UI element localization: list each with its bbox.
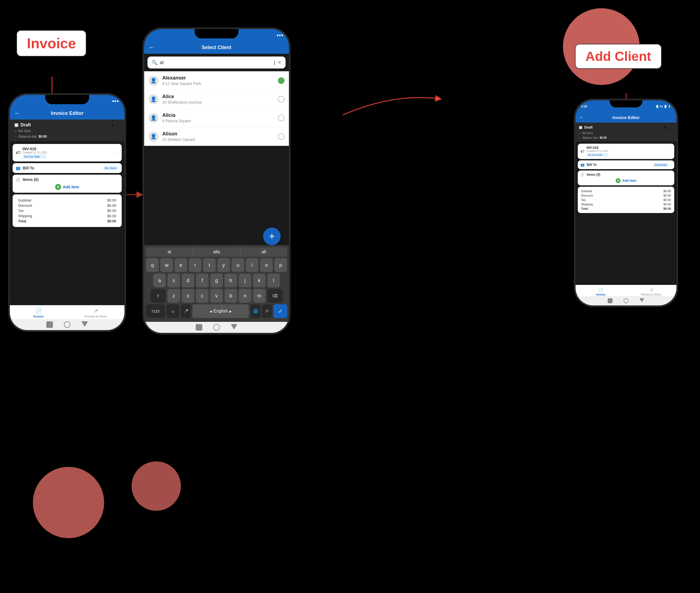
nav-invoice-left[interactable]: 📄 Invoice [10, 308, 67, 318]
autocomplete-all[interactable]: all [240, 247, 287, 256]
key-w[interactable]: w [160, 258, 173, 272]
client-item-alison[interactable]: 👤 Alison 23 Sheldon Square [144, 127, 289, 146]
key-t[interactable]: t [203, 258, 216, 272]
discount-row-right: Discount $0.00 [581, 193, 671, 198]
client-radio-alice[interactable] [278, 96, 285, 103]
key-i[interactable]: i [246, 258, 258, 272]
draft-section-right: ▣ Draft ∨ ⋮ ○ Not Sent ··· Balance due $… [576, 123, 676, 142]
bill-to-row-right[interactable]: 👥 Bill To Alexanser › [578, 160, 674, 169]
home-circle-center[interactable] [213, 324, 220, 331]
key-p[interactable]: p [274, 258, 287, 272]
home-tri-left[interactable] [81, 321, 88, 327]
client-address-alicia: 6 Pancra Square [162, 119, 274, 123]
key-row-2: a s d f g h j k l [146, 274, 287, 287]
client-radio-alicia[interactable] [278, 115, 285, 121]
add-item-button-left[interactable]: + Add item [16, 184, 118, 190]
client-name-alison: Alison [162, 131, 274, 137]
key-emoji[interactable]: ☺ [167, 304, 179, 318]
key-globe[interactable]: 🌐 [250, 304, 260, 318]
client-item-alicia[interactable]: 👤 Alicia 6 Pancra Square [144, 109, 289, 127]
search-bar-center[interactable]: 🔍 al | ✕ [148, 56, 286, 69]
key-shift[interactable]: ⇧ [151, 289, 166, 303]
bill-to-row-left[interactable]: 👥 Bill To No Client [13, 163, 122, 173]
key-u[interactable]: u [232, 258, 244, 272]
back-button-right[interactable]: ← [579, 115, 584, 120]
invoice-row-left[interactable]: 🏷 INV-016 Created 01.31.2025 No Due Date… [13, 144, 122, 161]
status-icons-right: ▐▌ 5G ▐▌ 🔋 [656, 105, 671, 108]
home-tri-right[interactable] [640, 298, 644, 302]
key-x[interactable]: x [182, 289, 194, 303]
invoice-row-right[interactable]: 🏷 INV-016 Created 01.31.2025 No Due Date… [578, 144, 674, 159]
balance-row-right: ··· Balance due $0.00 [579, 136, 673, 139]
key-numbers[interactable]: ?123 [146, 304, 165, 318]
items-row-right[interactable]: 🛒 Items (0) + Add item [578, 170, 674, 185]
key-v[interactable]: v [210, 289, 223, 303]
client-radio-alison[interactable] [278, 133, 285, 140]
client-radio-alexanser[interactable] [278, 77, 285, 84]
key-y[interactable]: y [217, 258, 230, 272]
key-l[interactable]: l [267, 274, 280, 287]
key-space[interactable]: ◂ English ▸ [193, 304, 249, 318]
add-item-button-right[interactable]: + Add item [580, 178, 671, 183]
client-badge-right: Alexanser [653, 163, 669, 167]
home-circle-left[interactable] [64, 321, 71, 328]
autocomplete-al[interactable]: al [146, 247, 193, 256]
key-mic[interactable]: 🎤 [181, 304, 191, 318]
key-c[interactable]: c [196, 289, 209, 303]
no-client-badge-left: No Client [103, 166, 118, 170]
key-s[interactable]: s [167, 274, 180, 287]
home-square-right[interactable] [608, 298, 613, 303]
key-a[interactable]: a [153, 274, 166, 287]
key-d[interactable]: d [182, 274, 194, 287]
key-h[interactable]: h [224, 274, 237, 287]
phone-notch-left [45, 95, 89, 104]
key-e[interactable]: e [175, 258, 187, 272]
keyboard-center[interactable]: al alla all q w e r t y u i o p a s d f … [144, 245, 289, 322]
nav-invoice-right[interactable]: 📄 Invoice [576, 287, 626, 296]
tax-row-right: Tax $0.00 [581, 198, 671, 202]
app-header-center: ← Select Client [144, 41, 289, 54]
chevron-right-invoice-left: › [117, 150, 118, 155]
items-row-left[interactable]: 🛒 Items (0) + Add item [13, 174, 122, 193]
draft-icons-right: ∨ ⋮ [664, 125, 673, 130]
key-j[interactable]: j [239, 274, 251, 287]
phone-notch-right [610, 100, 643, 108]
fab-add-client-center[interactable]: + [263, 228, 281, 245]
home-square-center[interactable] [196, 324, 202, 331]
nav-preview-left[interactable]: ↗ Preview & Share [67, 308, 124, 318]
search-clear-center[interactable]: ✕ [277, 60, 282, 66]
shipping-row-left: Shipping $0.00 [18, 213, 116, 219]
back-button-left[interactable]: ← [14, 110, 20, 117]
draft-section-left: ▣ Draft ∨ ⋮ ○ Not Sent ··· Balance due $… [10, 120, 124, 141]
key-m[interactable]: m [253, 289, 265, 303]
home-tri-center[interactable] [231, 324, 237, 329]
key-q[interactable]: q [146, 258, 159, 272]
client-item-alexanser[interactable]: 👤 Alexanser 9-11 New Square Park [144, 71, 289, 90]
key-k[interactable]: k [253, 274, 265, 287]
autocomplete-alla[interactable]: alla [193, 247, 240, 256]
home-circle-right[interactable] [623, 298, 628, 303]
key-row-3: ⇧ z x c v b n m ⌫ [146, 289, 287, 303]
search-query-center[interactable]: al [160, 60, 272, 66]
decoration-circle-bottom-left [33, 467, 104, 538]
key-g[interactable]: g [210, 274, 223, 287]
callout-invoice: Invoice [16, 30, 86, 56]
home-square-left[interactable] [46, 321, 53, 328]
key-o[interactable]: o [260, 258, 273, 272]
bill-to-icon-right: 👥 [580, 163, 585, 167]
key-check[interactable]: ✓ [274, 304, 287, 318]
key-f[interactable]: f [196, 274, 209, 287]
key-z[interactable]: z [167, 289, 180, 303]
key-delete[interactable]: ⌫ [267, 289, 283, 303]
key-b[interactable]: b [224, 289, 237, 303]
key-n[interactable]: n [239, 289, 251, 303]
center-phone: ●●● ← Select Client 🔍 al | ✕ 👤 Alexanser… [142, 28, 291, 334]
client-item-alice[interactable]: 👤 Alice 25 Shaftesbury Avenue [144, 90, 289, 109]
client-avatar-alexanser: 👤 [149, 76, 158, 85]
back-button-center[interactable]: ← [149, 44, 155, 51]
home-bar-right [576, 296, 676, 306]
callout-add-client: Add Client [575, 44, 662, 69]
nav-preview-right[interactable]: ↗ Preview & Share [626, 287, 676, 296]
key-exclaim[interactable]: !? [262, 304, 272, 318]
key-r[interactable]: r [189, 258, 201, 272]
